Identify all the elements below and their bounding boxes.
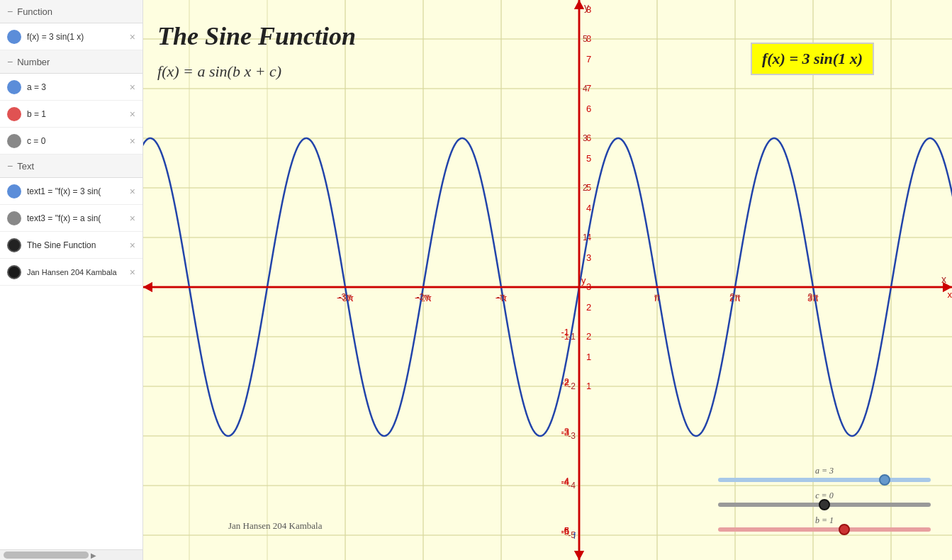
svg-text:-1: -1 xyxy=(568,332,576,342)
svg-text:4: 4 xyxy=(583,84,588,94)
sidebar-section-number-label: Number xyxy=(17,57,50,67)
svg-text:1: 1 xyxy=(583,233,588,242)
svg-text:2: 2 xyxy=(583,183,588,193)
title-close-button[interactable]: × xyxy=(130,240,135,251)
svg-text:5: 5 xyxy=(583,34,588,44)
formula-box: f(x) = 3 sin(1 x) xyxy=(751,43,874,75)
text3-close-button[interactable]: × xyxy=(130,213,135,224)
b-close-button[interactable]: × xyxy=(130,108,135,120)
sidebar-scrollbar[interactable]: ▶ xyxy=(0,549,142,560)
svg-text:-3π: -3π xyxy=(339,292,352,302)
collapse-text-icon[interactable]: − xyxy=(7,160,13,172)
text1-label: text1 = "f(x) = 3 sin( xyxy=(27,186,124,196)
c-dot xyxy=(7,134,21,148)
scrollbar-right-arrow[interactable]: ▶ xyxy=(89,551,99,559)
credit-dot xyxy=(7,265,21,279)
svg-text:-3: -3 xyxy=(568,431,576,441)
credit-close-button[interactable]: × xyxy=(130,267,135,278)
title-label: The Sine Function xyxy=(27,240,124,250)
b-dot xyxy=(7,107,21,121)
slider-c[interactable] xyxy=(718,503,931,507)
text3-label: text3 = "f(x) = a sin( xyxy=(27,213,124,223)
graph-area: The Sine Function f(x) = a sin(b x + c) … xyxy=(143,0,952,560)
svg-text:y: y xyxy=(584,1,589,13)
svg-text:f: f xyxy=(573,531,576,541)
fx-dot xyxy=(7,30,21,44)
sidebar: − Function f(x) = 3 sin(1 x) × − Number … xyxy=(0,0,143,560)
scrollbar-thumb[interactable] xyxy=(4,551,89,559)
svg-text:3π: 3π xyxy=(808,292,819,302)
svg-text:2π: 2π xyxy=(730,292,741,302)
svg-marker-88 xyxy=(574,551,584,560)
sidebar-section-function: − Function xyxy=(0,0,142,23)
slider-b[interactable] xyxy=(718,527,931,532)
sidebar-section-function-label: Function xyxy=(17,6,52,17)
sidebar-item-fx: f(x) = 3 sin(1 x) × xyxy=(0,23,142,50)
a-label: a = 3 xyxy=(27,82,124,92)
c-close-button[interactable]: × xyxy=(130,135,135,147)
sidebar-section-number: − Number xyxy=(0,50,142,74)
b-label: b = 1 xyxy=(27,109,124,119)
slider-b-row: b = 1 xyxy=(718,515,931,532)
svg-text:3: 3 xyxy=(583,133,588,143)
a-dot xyxy=(7,80,21,94)
sidebar-item-c: c = 0 × xyxy=(0,128,142,155)
text1-dot xyxy=(7,184,21,198)
collapse-number-icon[interactable]: − xyxy=(7,56,13,67)
collapse-function-icon[interactable]: − xyxy=(7,6,13,17)
sidebar-item-text3: text3 = "f(x) = a sin( × xyxy=(0,205,142,232)
svg-marker-87 xyxy=(574,0,584,9)
a-close-button[interactable]: × xyxy=(130,82,135,93)
fx-label: f(x) = 3 sin(1 x) xyxy=(27,32,124,42)
slider-a-row: a = 3 xyxy=(718,466,931,482)
svg-text:-2: -2 xyxy=(568,381,576,391)
sidebar-item-credit: Jan Hansen 204 Kambala × xyxy=(0,259,142,286)
svg-text:-4: -4 xyxy=(568,481,576,491)
svg-text:-2π: -2π xyxy=(417,292,430,302)
title-dot xyxy=(7,238,21,252)
credit-text: Jan Hansen 204 Kambala xyxy=(228,520,323,532)
graph-subtitle: f(x) = a sin(b x + c) xyxy=(157,62,281,81)
sidebar-item-a: a = 3 × xyxy=(0,74,142,101)
slider-c-row: c = 0 xyxy=(718,491,931,507)
sidebar-section-text: − Text xyxy=(0,155,142,178)
text3-dot xyxy=(7,211,21,225)
sidebar-item-text1: text1 = "f(x) = 3 sin( × xyxy=(0,178,142,205)
svg-text:x: x xyxy=(941,274,946,285)
sliders-container: a = 3 c = 0 b = 1 xyxy=(718,466,931,532)
slider-a[interactable] xyxy=(718,478,931,482)
graph-title: The Sine Function xyxy=(157,21,356,51)
c-label: c = 0 xyxy=(27,136,124,146)
svg-text:π: π xyxy=(654,292,660,302)
fx-close-button[interactable]: × xyxy=(130,31,135,43)
sidebar-item-b: b = 1 × xyxy=(0,101,142,128)
sidebar-item-title: The Sine Function × xyxy=(0,232,142,259)
svg-marker-86 xyxy=(143,282,152,292)
svg-text:-π: -π xyxy=(497,292,505,302)
credit-label: Jan Hansen 204 Kambala xyxy=(27,268,124,276)
sidebar-section-text-label: Text xyxy=(17,161,34,172)
text1-close-button[interactable]: × xyxy=(130,186,135,197)
